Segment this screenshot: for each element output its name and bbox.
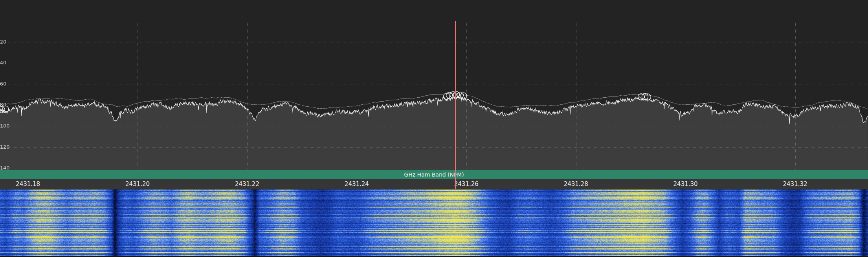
tuning-indicator-line[interactable] (455, 21, 456, 189)
y-axis-label: -80 (0, 102, 6, 107)
y-axis-label: -120 (0, 144, 10, 149)
x-axis-label: 2431.22 (229, 180, 265, 188)
x-axis-label: 2431.32 (778, 180, 813, 188)
y-axis-label: -40 (0, 60, 6, 65)
x-axis-label: 2431.30 (668, 180, 703, 188)
y-axis-label: -60 (0, 81, 6, 86)
y-axis-label: -20 (0, 39, 6, 44)
x-axis-label: 2431.18 (10, 180, 46, 188)
x-axis-label: 2431.26 (449, 180, 484, 188)
band-plan-overlay[interactable]: GHz Ham Band (NFM) (0, 170, 868, 179)
x-axis-label: 2431.24 (339, 180, 374, 188)
y-axis-label: -100 (0, 123, 10, 128)
spectrum-plot-canvas[interactable] (0, 0, 868, 170)
y-axis-label: -140 (0, 165, 10, 170)
frequency-axis-strip: 2431.182431.202431.222431.242431.262431.… (0, 179, 868, 189)
sdr-application-window: 2.431.258.000 -100-80-60-40-200 -57.7 dB… (0, 0, 868, 257)
waterfall-canvas[interactable] (0, 189, 868, 257)
x-axis-label: 2431.20 (120, 180, 155, 188)
x-axis-label: 2431.28 (558, 180, 594, 188)
